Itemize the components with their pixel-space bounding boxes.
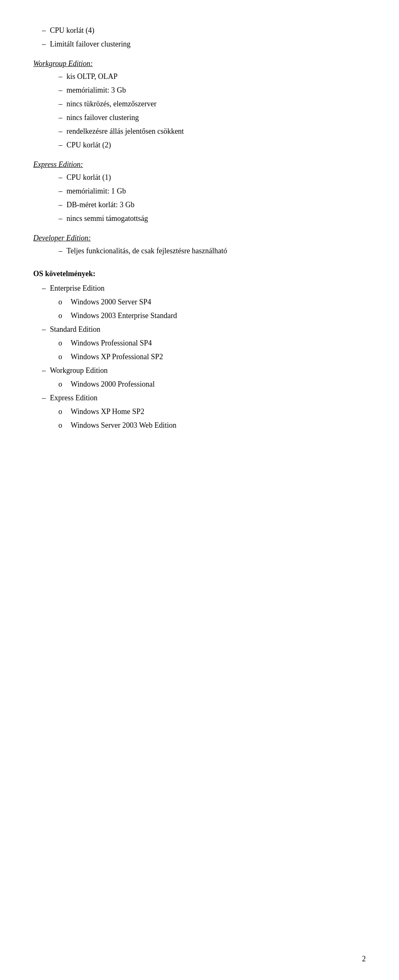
list-item: o Windows XP Home SP2 — [50, 406, 366, 417]
o-bullet: o — [50, 338, 71, 349]
item-text: rendelkezésre állás jelentősen csökkent — [66, 126, 366, 137]
item-text: Windows 2000 Server SP4 — [71, 296, 366, 308]
bullet-dash: – — [50, 172, 66, 183]
workgroup-os-label: Workgroup Edition — [50, 365, 366, 376]
o-bullet: o — [50, 296, 71, 308]
developer-edition-heading: Developer Edition: — [33, 233, 366, 244]
item-text: Windows Professional SP4 — [71, 338, 366, 349]
item-text: DB-méret korlát: 3 Gb — [66, 199, 366, 211]
list-item: – memórialimit: 3 Gb — [50, 85, 366, 96]
list-item: o Windows 2000 Server SP4 — [50, 296, 366, 308]
list-item: – nincs semmi támogatottság — [50, 213, 366, 224]
page: – CPU korlát (4) – Limitált failover clu… — [0, 0, 399, 980]
item-text: nincs tükrözés, elemzőszerver — [66, 98, 366, 110]
list-item: – nincs tükrözés, elemzőszerver — [50, 98, 366, 110]
list-item: – CPU korlát (4) — [33, 25, 366, 36]
bullet-dash: – — [50, 71, 66, 82]
list-item: – Standard Edition — [33, 324, 366, 335]
bullet-dash: – — [33, 283, 50, 294]
bullet-dash: – — [50, 112, 66, 123]
item-text: Windows 2003 Enterprise Standard — [71, 310, 366, 321]
express-os-label: Express Edition — [50, 392, 366, 404]
enterprise-label: Enterprise Edition — [50, 283, 366, 294]
list-item: o Windows 2003 Enterprise Standard — [50, 310, 366, 321]
item-text: CPU korlát (1) — [66, 172, 366, 183]
item-text: kis OLTP, OLAP — [66, 71, 366, 82]
workgroup-edition-heading: Workgroup Edition: — [33, 58, 366, 69]
item-text: memórialimit: 1 Gb — [66, 186, 366, 197]
list-item: – Teljes funkcionalitás, de csak fejlesz… — [50, 245, 366, 257]
item-text: nincs failover clustering — [66, 112, 366, 123]
list-item: o Windows XP Professional SP2 — [50, 351, 366, 363]
bullet-dash: – — [50, 186, 66, 197]
o-bullet: o — [50, 420, 71, 431]
item-text: Windows XP Home SP2 — [71, 406, 366, 417]
os-heading-text: OS követelmények: — [33, 270, 95, 278]
list-item: – Express Edition — [33, 392, 366, 404]
list-item: – Workgroup Edition — [33, 365, 366, 376]
bullet-dash: – — [33, 25, 50, 36]
content: – CPU korlát (4) – Limitált failover clu… — [33, 25, 366, 431]
item-text: CPU korlát (4) — [50, 25, 366, 36]
express-edition-heading: Express Edition: — [33, 159, 366, 170]
item-text: Windows XP Professional SP2 — [71, 351, 366, 363]
bullet-dash: – — [50, 98, 66, 110]
o-bullet: o — [50, 310, 71, 321]
express-heading-text: Express Edition: — [33, 160, 83, 169]
standard-label: Standard Edition — [50, 324, 366, 335]
list-item: o Windows 2000 Professional — [50, 379, 366, 390]
list-item: o Windows Server 2003 Web Edition — [50, 420, 366, 431]
list-item: – Limitált failover clustering — [33, 39, 366, 50]
bullet-dash: – — [33, 39, 50, 50]
bullet-dash: – — [50, 140, 66, 151]
bullet-dash: – — [50, 245, 66, 257]
list-item: o Windows Professional SP4 — [50, 338, 366, 349]
bullet-dash: – — [50, 199, 66, 211]
list-item: – DB-méret korlát: 3 Gb — [50, 199, 366, 211]
item-text: Windows 2000 Professional — [71, 379, 366, 390]
list-item: – Enterprise Edition — [33, 283, 366, 294]
bullet-dash: – — [50, 85, 66, 96]
o-bullet: o — [50, 379, 71, 390]
list-item: – CPU korlát (2) — [50, 140, 366, 151]
list-item: – rendelkezésre állás jelentősen csökken… — [50, 126, 366, 137]
list-item: – CPU korlát (1) — [50, 172, 366, 183]
bullet-dash: – — [33, 392, 50, 404]
developer-heading-text: Developer Edition: — [33, 234, 91, 242]
item-text: nincs semmi támogatottság — [66, 213, 366, 224]
list-item: – memórialimit: 1 Gb — [50, 186, 366, 197]
list-item: – kis OLTP, OLAP — [50, 71, 366, 82]
item-text: CPU korlát (2) — [66, 140, 366, 151]
bullet-dash: – — [33, 324, 50, 335]
bullet-dash: – — [33, 365, 50, 376]
item-text: Teljes funkcionalitás, de csak fejleszté… — [66, 245, 366, 257]
o-bullet: o — [50, 406, 71, 417]
os-requirements-heading: OS követelmények: — [33, 268, 366, 279]
o-bullet: o — [50, 351, 71, 363]
item-text: Windows Server 2003 Web Edition — [71, 420, 366, 431]
bullet-dash: – — [50, 213, 66, 224]
list-item: – nincs failover clustering — [50, 112, 366, 123]
workgroup-heading-text: Workgroup Edition: — [33, 59, 93, 68]
item-text: Limitált failover clustering — [50, 39, 366, 50]
bullet-dash: – — [50, 126, 66, 137]
page-number: 2 — [362, 955, 366, 963]
item-text: memórialimit: 3 Gb — [66, 85, 366, 96]
